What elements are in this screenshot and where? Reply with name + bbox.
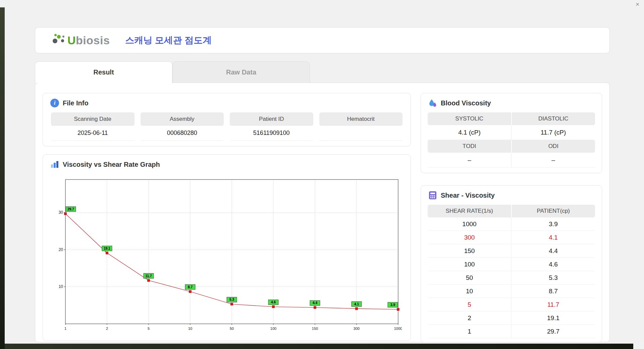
- field-value: [320, 126, 402, 141]
- bv-value-cell: –: [428, 153, 512, 167]
- graph-title: Viscosity vs Shear Rate Graph: [63, 161, 160, 168]
- chart-x-tick-label: 100: [270, 327, 276, 331]
- file-info-field: Scanning Date2025-06-11: [51, 112, 135, 141]
- chart-marker: [272, 306, 275, 308]
- chart-y-tick-label: 10: [59, 284, 63, 289]
- chart-point-label: 19.1: [104, 247, 110, 250]
- shear-rate-cell: 10: [428, 285, 512, 298]
- chart-marker: [189, 290, 192, 293]
- field-label: Hematocrit: [319, 112, 403, 126]
- shear-rate-cell: 5: [428, 298, 512, 311]
- chart-marker: [397, 308, 399, 310]
- chart-point-label: 4.6: [271, 300, 276, 304]
- blood-viscosity-table: SYSTOLICDIASTOLIC4.1 (cP)11.7 (cP)TODIOD…: [428, 112, 595, 167]
- file-info-fields: Scanning Date2025-06-11Assembly000680280…: [51, 112, 402, 141]
- bv-header-row: SYSTOLICDIASTOLIC: [428, 112, 595, 125]
- shear-rate-cell: 100: [428, 258, 512, 271]
- droplet-icon: [428, 99, 437, 107]
- bv-value-cell: –: [512, 153, 595, 167]
- file-info-field: Assembly000680280: [141, 112, 224, 141]
- patient-cell: 4.6: [512, 258, 595, 271]
- chart-x-tick-label: 1000: [394, 327, 402, 331]
- logo-letters-rest: biosis: [76, 34, 110, 47]
- shear-row: 129.7: [428, 325, 595, 338]
- chart-x-tick-label: 2: [106, 327, 108, 331]
- calculator-icon: [428, 191, 437, 200]
- tab-raw-data[interactable]: Raw Data: [172, 61, 310, 83]
- logo-dots-icon: [52, 32, 66, 48]
- field-label: Patient ID: [230, 112, 313, 126]
- sv-header-cell: PATIENT(cp): [512, 205, 595, 217]
- info-icon: i: [50, 99, 59, 107]
- main-panel: i File Info Scanning Date2025-06-11Assem…: [35, 83, 610, 342]
- tabs: ResultRaw Data: [35, 61, 310, 83]
- chart-y-tick-label: 30: [59, 210, 63, 215]
- shear-row: 1004.6: [428, 258, 595, 271]
- tab-result[interactable]: Result: [35, 61, 172, 83]
- bv-header-cell: SYSTOLIC: [428, 112, 512, 125]
- logo-text: Ubiosis: [67, 34, 110, 47]
- logo-letter-u: U: [67, 34, 76, 47]
- sv-header-cell: SHEAR RATE(1/s): [428, 205, 512, 217]
- patient-cell: 29.7: [512, 325, 595, 338]
- chart-x-tick-label: 1: [64, 327, 66, 331]
- bv-value-cell: 11.7 (cP): [512, 125, 595, 140]
- chart-x-tick-label: 300: [354, 327, 360, 331]
- chart-x-tick-label: 150: [312, 327, 318, 331]
- bv-header-cell: TODI: [428, 140, 512, 153]
- file-info-field: Hematocrit: [319, 112, 403, 141]
- field-value: 000680280: [141, 126, 223, 141]
- chart-marker: [148, 279, 150, 282]
- chart-point-label: 4.1: [354, 302, 359, 306]
- shear-row: 505.3: [428, 271, 595, 285]
- shear-viscosity-card: Shear - Viscosity SHEAR RATE(1/s)PATIENT…: [421, 185, 602, 342]
- header-card: Ubiosis 스캐닝 모세관 점도계: [35, 27, 610, 53]
- shear-row: 1504.4: [428, 244, 595, 258]
- app-title: 스캐닝 모세관 점도계: [125, 34, 212, 46]
- bv-value-cell: 4.1 (cP): [428, 125, 512, 140]
- patient-cell: 4.4: [512, 244, 595, 257]
- app-window: × Ubiosis 스캐닝 모세관 점도계 ResultRaw Data i F…: [5, 0, 644, 344]
- graph-card: Viscosity vs Shear Rate Graph 1020301251…: [43, 154, 411, 341]
- chart-point-label: 11.7: [146, 274, 152, 278]
- shear-rate-cell: 2: [428, 311, 512, 325]
- chart-marker: [356, 307, 358, 310]
- chart-marker: [64, 212, 67, 215]
- chart-x-tick-label: 5: [148, 327, 150, 331]
- shear-row: 10003.9: [428, 217, 595, 231]
- bar-chart-icon: [50, 160, 59, 169]
- shear-rate-cell: 150: [428, 244, 512, 257]
- viscosity-chart: 1020301251050100150300100029.719.111.78.…: [50, 175, 402, 335]
- shear-viscosity-table: SHEAR RATE(1/s)PATIENT(cp)10003.93004.11…: [428, 205, 595, 338]
- chart-wrap: 1020301251050100150300100029.719.111.78.…: [50, 175, 402, 337]
- shear-rate-cell: 1: [428, 325, 512, 338]
- shear-row: 3004.1: [428, 231, 595, 244]
- patient-cell: 5.3: [512, 271, 595, 284]
- bv-header-cell: ODI: [512, 140, 595, 153]
- file-info-title: File Info: [63, 99, 89, 107]
- file-info-card: i File Info Scanning Date2025-06-11Assem…: [43, 93, 411, 146]
- chart-point-label: 3.9: [390, 303, 395, 307]
- sv-header-row: SHEAR RATE(1/s)PATIENT(cp): [428, 205, 595, 217]
- bv-value-row: 4.1 (cP)11.7 (cP): [428, 125, 595, 140]
- bv-header-cell: DIASTOLIC: [512, 112, 595, 125]
- field-value: 2025-06-11: [52, 126, 134, 141]
- blood-viscosity-card: Blood Viscosity SYSTOLICDIASTOLIC4.1 (cP…: [421, 93, 602, 173]
- shear-row: 511.7: [428, 298, 595, 311]
- shear-rate-cell: 50: [428, 271, 512, 284]
- chart-point-label: 29.7: [67, 207, 74, 211]
- bv-header-row: TODIODI: [428, 140, 595, 153]
- field-label: Scanning Date: [51, 112, 135, 126]
- shear-rate-cell: 300: [428, 231, 512, 244]
- chart-marker: [231, 303, 233, 305]
- chart-point-label: 8.7: [188, 285, 193, 289]
- close-icon[interactable]: ×: [636, 1, 639, 7]
- chart-y-tick-label: 20: [59, 247, 63, 252]
- shear-row: 108.7: [428, 285, 595, 298]
- desktop-edge-bottom: [5, 344, 633, 349]
- desktop-edge-left: [0, 7, 5, 349]
- patient-cell: 8.7: [512, 285, 595, 298]
- patient-cell: 4.1: [512, 231, 595, 244]
- chart-x-tick-label: 10: [188, 327, 192, 331]
- chart-x-tick-label: 50: [230, 327, 234, 331]
